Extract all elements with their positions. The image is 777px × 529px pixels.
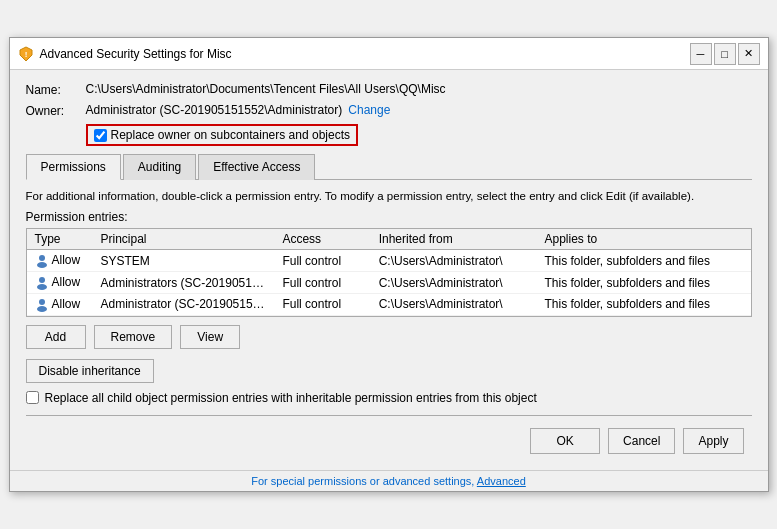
main-window: ! Advanced Security Settings for Misc ─ …: [9, 37, 769, 492]
footer-hint-text: For special permissions or advanced sett…: [251, 475, 474, 487]
add-button[interactable]: Add: [26, 325, 86, 349]
tab-auditing[interactable]: Auditing: [123, 154, 196, 180]
svg-point-3: [37, 262, 47, 268]
name-value: C:\Users\Administrator\Documents\Tencent…: [86, 82, 752, 96]
cell-applies: This folder, subfolders and files: [536, 293, 750, 315]
table-row[interactable]: AllowAdministrator (SC-201905151...Full …: [27, 293, 751, 315]
shield-icon: !: [18, 46, 34, 62]
cell-inherited: C:\Users\Administrator\: [371, 272, 537, 294]
titlebar: ! Advanced Security Settings for Misc ─ …: [10, 38, 768, 70]
replace-owner-checkbox-label[interactable]: Replace owner on subcontainers and objec…: [86, 124, 358, 146]
cell-type: Allow: [27, 272, 93, 294]
svg-point-4: [39, 277, 45, 283]
close-button[interactable]: ✕: [738, 43, 760, 65]
cell-inherited: C:\Users\Administrator\: [371, 293, 537, 315]
svg-point-7: [37, 306, 47, 312]
change-link[interactable]: Change: [348, 103, 390, 117]
col-header-inherited: Inherited from: [371, 229, 537, 250]
name-row: Name: C:\Users\Administrator\Documents\T…: [26, 82, 752, 97]
owner-row: Owner: Administrator (SC-201905151552\Ad…: [26, 103, 752, 118]
cell-principal: SYSTEM: [93, 250, 275, 272]
name-label: Name:: [26, 82, 86, 97]
owner-value: Administrator (SC-201905151552\Administr…: [86, 103, 343, 117]
content-area: Name: C:\Users\Administrator\Documents\T…: [10, 70, 768, 470]
cell-inherited: C:\Users\Administrator\: [371, 250, 537, 272]
svg-point-2: [39, 255, 45, 261]
permission-table-container: Type Principal Access Inherited from App…: [26, 228, 752, 316]
info-text: For additional information, double-click…: [26, 188, 752, 204]
ok-button[interactable]: OK: [530, 428, 600, 454]
permission-table: Type Principal Access Inherited from App…: [27, 229, 751, 315]
user-icon: [35, 276, 49, 290]
cell-type: Allow: [27, 293, 93, 315]
col-header-type: Type: [27, 229, 93, 250]
maximize-button[interactable]: □: [714, 43, 736, 65]
col-header-access: Access: [274, 229, 370, 250]
tabs-container: Permissions Auditing Effective Access: [26, 154, 752, 180]
apply-button[interactable]: Apply: [683, 428, 743, 454]
window-title: Advanced Security Settings for Misc: [40, 47, 232, 61]
user-icon: [35, 254, 49, 268]
col-header-principal: Principal: [93, 229, 275, 250]
minimize-button[interactable]: ─: [690, 43, 712, 65]
replace-owner-row: Replace owner on subcontainers and objec…: [86, 124, 752, 146]
cell-access: Full control: [274, 272, 370, 294]
titlebar-left: ! Advanced Security Settings for Misc: [18, 46, 232, 62]
user-icon: [35, 298, 49, 312]
cell-applies: This folder, subfolders and files: [536, 272, 750, 294]
tab-effective-access[interactable]: Effective Access: [198, 154, 315, 180]
replace-owner-checkbox[interactable]: [94, 129, 107, 142]
cell-access: Full control: [274, 250, 370, 272]
footer-hint: For special permissions or advanced sett…: [10, 470, 768, 491]
svg-text:!: !: [24, 50, 27, 59]
entries-label: Permission entries:: [26, 210, 752, 224]
col-header-applies: Applies to: [536, 229, 750, 250]
disable-inheritance-button[interactable]: Disable inheritance: [26, 359, 154, 383]
advanced-link[interactable]: Advanced: [477, 475, 526, 487]
cell-applies: This folder, subfolders and files: [536, 250, 750, 272]
svg-point-5: [37, 284, 47, 290]
owner-label: Owner:: [26, 103, 86, 118]
replace-all-checkbox[interactable]: [26, 391, 39, 404]
replace-all-label: Replace all child object permission entr…: [45, 391, 537, 405]
replace-all-row: Replace all child object permission entr…: [26, 391, 752, 405]
titlebar-controls: ─ □ ✕: [690, 43, 760, 65]
bottom-area: OK Cancel Apply: [26, 415, 752, 458]
owner-value-row: Administrator (SC-201905151552\Administr…: [86, 103, 391, 117]
replace-owner-text: Replace owner on subcontainers and objec…: [111, 128, 350, 142]
cell-type: Allow: [27, 250, 93, 272]
remove-button[interactable]: Remove: [94, 325, 173, 349]
table-action-buttons: Add Remove View: [26, 325, 752, 349]
cell-principal: Administrator (SC-201905151...: [93, 293, 275, 315]
cancel-button[interactable]: Cancel: [608, 428, 675, 454]
view-button[interactable]: View: [180, 325, 240, 349]
table-header-row: Type Principal Access Inherited from App…: [27, 229, 751, 250]
svg-point-6: [39, 299, 45, 305]
bottom-buttons: OK Cancel Apply: [26, 424, 752, 458]
cell-access: Full control: [274, 293, 370, 315]
table-row[interactable]: AllowSYSTEMFull controlC:\Users\Administ…: [27, 250, 751, 272]
cell-principal: Administrators (SC-201905151...: [93, 272, 275, 294]
table-row[interactable]: AllowAdministrators (SC-201905151...Full…: [27, 272, 751, 294]
tab-permissions[interactable]: Permissions: [26, 154, 121, 180]
